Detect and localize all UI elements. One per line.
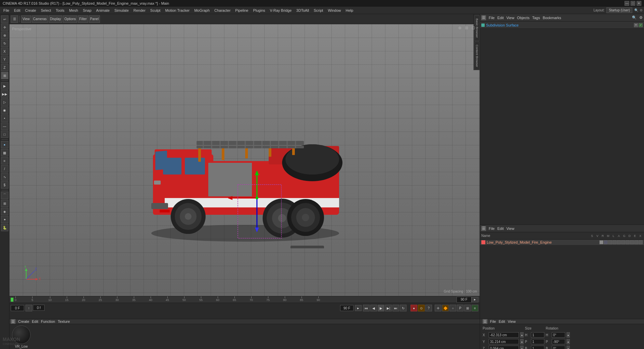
render2-btn[interactable]: ▶▶ <box>1 90 8 98</box>
menu-sculpt[interactable]: Sculpt <box>148 8 163 13</box>
frame-end-btn[interactable]: ▸ <box>355 305 362 311</box>
obj-gear-icon[interactable]: ⚙ <box>639 15 643 20</box>
frame-number-input[interactable] <box>33 305 45 311</box>
obj-btn-a[interactable] <box>621 240 625 244</box>
mat-edit[interactable]: Edit <box>32 319 38 323</box>
b-rot-arrow[interactable]: ▴ <box>567 346 570 349</box>
axis-btn[interactable]: ⊞ <box>1 72 8 79</box>
x-position-input[interactable] <box>489 332 519 338</box>
h-size-input[interactable] <box>531 332 544 338</box>
timeline-end-arrow[interactable]: ▸ <box>472 297 478 302</box>
go-end-btn[interactable]: ⏭ <box>392 305 399 311</box>
menu-motiontracker[interactable]: Motion Tracker <box>163 8 192 13</box>
object-row[interactable]: Low_Poly_Stylized_Model_Fire_Engine <box>480 240 644 245</box>
fx-tool[interactable]: ✦ <box>1 216 8 223</box>
pen-tool[interactable]: / <box>1 165 8 172</box>
viewport-view-menu[interactable]: View <box>21 15 31 23</box>
obj-search-icon[interactable]: 🔍 <box>632 15 637 20</box>
y-axis[interactable]: Y <box>1 56 8 63</box>
deform-tool[interactable]: ◈ <box>1 208 8 215</box>
menu-window[interactable]: Window <box>326 8 343 13</box>
auto-key-btn[interactable]: ⊙ <box>418 305 425 311</box>
render-btn[interactable]: ▶ <box>1 82 8 90</box>
timeline-markers[interactable]: 0 5 10 15 20 25 30 35 40 45 50 55 60 65 … <box>15 296 457 303</box>
props-file[interactable]: File <box>490 319 496 323</box>
viewport-icon-1[interactable]: ⊕ <box>458 26 464 31</box>
menu-select[interactable]: Select <box>39 8 53 13</box>
obj-btn-s[interactable] <box>599 240 603 244</box>
obj-bottom-panel-icon[interactable]: ☰ <box>481 226 486 231</box>
edge-mode[interactable]: — <box>1 122 8 130</box>
p-rotation-input[interactable] <box>552 339 565 344</box>
obj-bottom-file[interactable]: File <box>489 227 495 231</box>
minimize-button[interactable]: — <box>625 1 629 6</box>
obj-btn-x[interactable] <box>639 240 643 244</box>
menu-mograph[interactable]: MoGraph <box>192 8 212 13</box>
circle-key-btn[interactable]: ○ <box>449 305 456 311</box>
menu-help[interactable]: Help <box>344 8 356 13</box>
record-btn[interactable]: ● <box>411 305 417 311</box>
h-rot-arrow[interactable]: ▴ <box>567 332 570 338</box>
polygon-mode[interactable]: □ <box>1 131 8 138</box>
p-size-input[interactable] <box>531 339 544 344</box>
y-pos-arrow[interactable]: ▴ <box>520 339 524 344</box>
obj-bottom-edit[interactable]: Edit <box>497 227 504 231</box>
obj-view[interactable]: View <box>506 16 515 20</box>
end-frame-input[interactable] <box>340 305 354 311</box>
props-edit-menu[interactable]: Edit <box>499 319 505 323</box>
current-frame-input[interactable] <box>11 305 24 311</box>
viewport-filter-menu[interactable]: Filter <box>78 15 88 23</box>
material-panel-icon[interactable]: ☰ <box>11 319 15 324</box>
obj-btn-e[interactable] <box>634 240 638 244</box>
obj-btn-r[interactable] <box>608 240 612 244</box>
add-key-btn[interactable]: ✛ <box>435 305 441 311</box>
next-frame-btn[interactable]: ▶| <box>385 305 392 311</box>
b-rotation-input[interactable] <box>552 346 565 349</box>
list-key-btn[interactable]: ≡ <box>472 305 478 311</box>
grid-tool[interactable]: ⊞ <box>1 200 8 207</box>
menu-render[interactable]: Render <box>131 8 148 13</box>
props-panel-icon[interactable]: ☰ <box>483 319 487 324</box>
h-rotation-input[interactable] <box>552 332 565 338</box>
del-key-btn[interactable]: 🔶 <box>442 305 449 311</box>
viewport-options-menu[interactable]: Options <box>63 15 77 23</box>
obj-btn-g[interactable] <box>626 240 630 244</box>
key-btn[interactable]: ? <box>425 305 432 311</box>
obj-btn-l[interactable] <box>617 240 621 244</box>
viewport[interactable]: X Y Z Perspective ⊕ ⊞ ⊡ <box>9 24 480 296</box>
menu-plugins[interactable]: Plugins <box>251 8 267 13</box>
props-view[interactable]: View <box>508 319 516 323</box>
prev-frame-btn[interactable]: ◀ <box>370 305 377 311</box>
close-button[interactable]: ✕ <box>637 1 641 6</box>
mat-create[interactable]: Create <box>18 319 29 323</box>
obj-bookmarks[interactable]: Bookmarks <box>543 16 561 20</box>
timeline-end-frame[interactable] <box>457 297 472 303</box>
menu-edit[interactable]: Edit <box>12 8 22 13</box>
maximize-button[interactable]: □ <box>631 1 635 6</box>
undo-button[interactable]: ↩ <box>1 15 8 23</box>
obj-mode[interactable]: ◉ <box>1 106 8 114</box>
move-tool[interactable]: ✛ <box>1 23 8 31</box>
viewport-panel-menu[interactable]: Panel <box>89 15 100 23</box>
obj-btn-d[interactable] <box>630 240 634 244</box>
menu-tools[interactable]: Tools <box>54 8 66 13</box>
window-controls[interactable]: — □ ✕ <box>625 1 641 6</box>
dollar-tool[interactable]: $ <box>1 181 8 189</box>
y-position-input[interactable] <box>489 339 519 344</box>
side-tab-content[interactable]: Content Browser <box>474 42 480 70</box>
menu-create[interactable]: Create <box>23 8 38 13</box>
menu-script[interactable]: Script <box>312 8 325 13</box>
viewport-icon-3[interactable]: ⊡ <box>472 26 477 31</box>
checker-tool[interactable]: ▦ <box>1 149 8 156</box>
obj-file[interactable]: File <box>489 16 495 20</box>
obj-btn-v[interactable] <box>604 240 608 244</box>
viewport-menu-icon[interactable]: ☰ <box>11 15 18 23</box>
viewport-icon-2[interactable]: ⊞ <box>465 26 470 31</box>
p-key-btn[interactable]: P <box>457 305 464 311</box>
mat-texture[interactable]: Texture <box>58 319 70 323</box>
viewport-display-menu[interactable]: Display <box>49 15 62 23</box>
mat-function[interactable]: Function <box>41 319 55 323</box>
cube-tool[interactable]: ▪ <box>1 141 8 148</box>
z-position-input[interactable] <box>489 346 519 349</box>
obj-bottom-view[interactable]: View <box>506 227 515 231</box>
